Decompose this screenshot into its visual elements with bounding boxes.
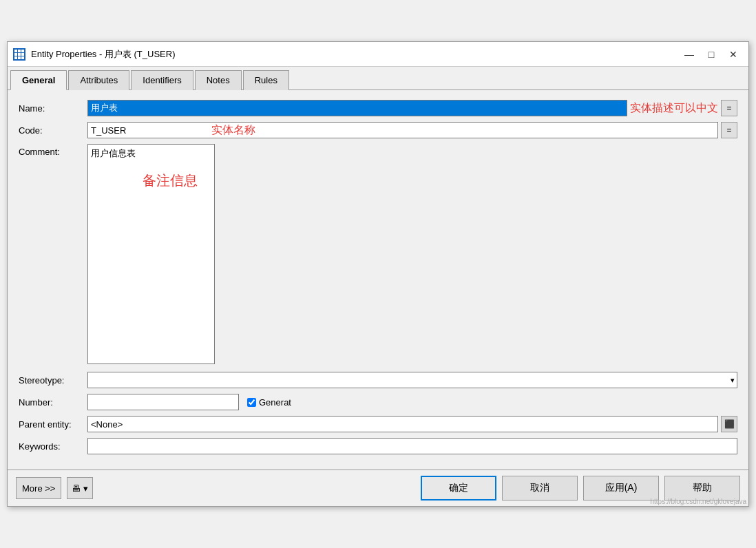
tabs-container: General Attributes Identifiers Notes Rul… xyxy=(8,67,748,90)
comment-textarea[interactable]: 用户信息表 xyxy=(87,144,215,364)
stereotype-select-wrap: ▾ xyxy=(87,372,737,388)
code-label: Code: xyxy=(19,125,87,136)
parent-browse-button[interactable]: ⬛ xyxy=(721,416,737,432)
code-eq-button[interactable]: = xyxy=(721,122,737,138)
keywords-row: Keywords: xyxy=(19,438,737,454)
number-label: Number: xyxy=(19,397,87,408)
form-content: Name: 实体描述可以中文 = Code: 实体名称 = Comment: 用… xyxy=(8,90,748,470)
grid-icon xyxy=(13,48,25,61)
cancel-button[interactable]: 取消 xyxy=(502,476,578,500)
parent-label: Parent entity: xyxy=(19,419,87,430)
tab-attributes[interactable]: Attributes xyxy=(68,70,129,90)
keywords-label: Keywords: xyxy=(19,441,87,452)
more-label: More >> xyxy=(22,483,55,494)
keywords-input[interactable] xyxy=(87,438,737,454)
number-wrap: Generat xyxy=(87,394,737,410)
code-input-wrap: 实体名称 = xyxy=(87,122,737,138)
code-input[interactable] xyxy=(87,122,718,138)
more-button[interactable]: More >> xyxy=(16,477,61,499)
cancel-label: 取消 xyxy=(530,482,549,494)
name-row: Name: 实体描述可以中文 = xyxy=(19,100,737,116)
browse-icon: ⬛ xyxy=(724,419,735,429)
maximize-button[interactable]: □ xyxy=(702,47,721,62)
ok-button[interactable]: 确定 xyxy=(421,476,496,500)
code-row: Code: 实体名称 = xyxy=(19,122,737,138)
stereotype-wrap: ▾ xyxy=(87,372,737,388)
print-button[interactable]: 🖶 ▾ xyxy=(67,477,93,499)
name-eq-button[interactable]: = xyxy=(721,100,737,116)
tab-general[interactable]: General xyxy=(10,70,67,90)
name-label: Name: xyxy=(19,103,87,114)
tab-notes[interactable]: Notes xyxy=(195,70,242,90)
comment-row: Comment: 用户信息表 备注信息 xyxy=(19,144,737,366)
comment-label: Comment: xyxy=(19,144,87,157)
parent-input[interactable] xyxy=(87,416,718,432)
parent-wrap: ⬛ xyxy=(87,416,737,432)
name-annotation: 实体描述可以中文 xyxy=(630,101,718,116)
apply-button[interactable]: 应用(A) xyxy=(583,476,659,500)
name-input[interactable] xyxy=(87,100,627,116)
number-input[interactable] xyxy=(87,394,239,410)
generate-wrap: Generat xyxy=(247,397,291,408)
generate-label: Generat xyxy=(259,397,291,408)
stereotype-label: Stereotype: xyxy=(19,375,87,386)
help-button[interactable]: 帮助 xyxy=(664,476,740,500)
window-controls: — □ ✕ xyxy=(680,47,743,62)
keywords-wrap xyxy=(87,438,737,454)
bottom-bar: More >> 🖶 ▾ 确定 取消 应用(A) 帮助 xyxy=(8,470,748,506)
titlebar-left: Entity Properties - 用户表 (T_USER) xyxy=(13,48,176,61)
stereotype-row: Stereotype: ▾ xyxy=(19,372,737,388)
window-title: Entity Properties - 用户表 (T_USER) xyxy=(31,48,176,61)
titlebar: Entity Properties - 用户表 (T_USER) — □ ✕ xyxy=(8,42,748,67)
print-icon: 🖶 ▾ xyxy=(72,483,88,494)
parent-entity-row: Parent entity: ⬛ xyxy=(19,416,737,432)
name-input-wrap: 实体描述可以中文 = xyxy=(87,100,737,116)
apply-label: 应用(A) xyxy=(605,482,638,494)
ok-label: 确定 xyxy=(449,482,468,494)
minimize-button[interactable]: — xyxy=(680,47,699,62)
entity-properties-window: Entity Properties - 用户表 (T_USER) — □ ✕ G… xyxy=(7,41,749,507)
generate-checkbox[interactable] xyxy=(247,398,256,407)
tab-identifiers[interactable]: Identifiers xyxy=(131,70,193,90)
tab-rules[interactable]: Rules xyxy=(243,70,289,90)
comment-wrap: 用户信息表 备注信息 xyxy=(87,144,737,366)
stereotype-select[interactable] xyxy=(87,372,737,388)
close-button[interactable]: ✕ xyxy=(724,47,743,62)
number-row: Number: Generat xyxy=(19,394,737,410)
help-label: 帮助 xyxy=(693,482,712,494)
